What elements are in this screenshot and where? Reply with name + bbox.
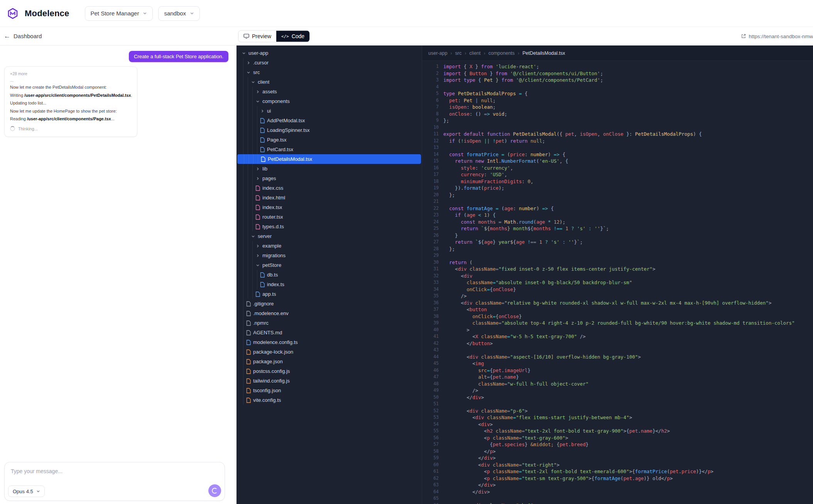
activity-ellipsis: ... <box>10 78 132 83</box>
indent-guide <box>252 270 253 280</box>
tree-folder-pages[interactable]: pages <box>237 174 422 183</box>
code-tab[interactable]: </> Code <box>276 30 309 42</box>
project-selector[interactable]: Pet Store Manager <box>85 6 153 21</box>
activity-line: Now let me create the PetDetailsModal co… <box>10 84 132 91</box>
tree-file-types.d.ts[interactable]: types.d.ts <box>237 222 422 231</box>
tree-item-label: lib <box>262 166 267 172</box>
indent-guide <box>243 308 243 318</box>
indent-guide <box>252 125 253 135</box>
indent-guide <box>248 106 248 116</box>
tree-file-.modelence.env[interactable]: .modelence.env <box>237 308 422 318</box>
code-editor: user-app›src›client›components›PetDetail… <box>422 46 813 504</box>
line-number: 53 <box>422 414 443 421</box>
indent-guide <box>248 87 248 96</box>
tree-file-index.ts[interactable]: index.ts <box>237 280 422 289</box>
arrow-left-icon: ← <box>4 32 10 40</box>
breadcrumb-item[interactable]: components <box>488 51 515 56</box>
tree-item-label: types.d.ts <box>262 224 284 229</box>
tree-folder-ui[interactable]: ui <box>237 106 422 116</box>
tree-file-tsconfig.json[interactable]: tsconfig.json <box>237 386 422 395</box>
breadcrumb-item[interactable]: PetDetailsModal.tsx <box>522 51 565 56</box>
tree-item-label: tailwind.config.js <box>253 378 290 384</box>
tree-file-PetDetailsModal.tsx[interactable]: PetDetailsModal.tsx <box>237 154 421 164</box>
breadcrumb-item[interactable]: src <box>455 51 462 56</box>
tree-file-PetCard.tsx[interactable]: PetCard.tsx <box>237 145 422 154</box>
send-button[interactable] <box>208 484 221 497</box>
code-line: 54 <div> <box>422 421 813 428</box>
tree-file-tailwind.config.js[interactable]: tailwind.config.js <box>237 376 422 386</box>
back-to-dashboard-link[interactable]: ← Dashboard <box>0 32 46 40</box>
indent-guide <box>252 164 253 174</box>
line-number: 59 <box>422 455 443 462</box>
tree-file-index.html[interactable]: index.html <box>237 193 422 202</box>
tree-folder-example[interactable]: example <box>237 241 422 251</box>
indent-guide <box>243 395 243 405</box>
tree-item-label: index.tsx <box>262 204 282 210</box>
indent-guide <box>248 145 248 154</box>
chevron-down-icon <box>250 234 256 238</box>
tree-file-postcss.config.js[interactable]: postcss.config.js <box>237 366 422 376</box>
line-number: 3 <box>422 77 443 84</box>
tree-item-label: components <box>262 98 290 104</box>
line-number: 49 <box>422 387 443 394</box>
tree-folder-user-app[interactable]: user-app <box>237 48 422 58</box>
tree-file-index.css[interactable]: index.css <box>237 183 422 193</box>
tree-file-router.tsx[interactable]: router.tsx <box>237 212 422 222</box>
topbar: Modelence Pet Store Manager sandbox <box>0 0 813 27</box>
tree-file-Page.tsx[interactable]: Page.tsx <box>237 135 422 145</box>
file-icon <box>246 320 251 326</box>
breadcrumb-item[interactable]: user-app <box>428 51 447 56</box>
model-selector[interactable]: Opus 4.5 <box>8 485 45 497</box>
breadcrumb-item[interactable]: client <box>469 51 480 56</box>
indent-guide <box>248 135 248 145</box>
indent-guide <box>243 106 243 116</box>
tree-folder-petStore[interactable]: petStore <box>237 260 422 270</box>
tree-file-app.ts[interactable]: app.ts <box>237 289 422 299</box>
more-activity-link[interactable]: +28 more <box>10 71 132 76</box>
line-number: 28 <box>422 246 443 253</box>
message-input[interactable]: Type your message... <box>5 462 225 474</box>
line-number: 14 <box>422 151 443 158</box>
user-message-bubble: Create a full-stack Pet Store applicatio… <box>129 51 228 62</box>
message-composer[interactable]: Type your message... Opus 4.5 <box>4 462 225 501</box>
indent-guide <box>248 231 248 241</box>
line-number: 35 <box>422 293 443 300</box>
code-line: 22 const formatAge = (age: number) => { <box>422 205 813 212</box>
tree-folder-server[interactable]: server <box>237 231 422 241</box>
tree-file-AddPetModal.tsx[interactable]: AddPetModal.tsx <box>237 116 422 125</box>
line-number: 42 <box>422 340 443 347</box>
file-icon <box>260 147 265 152</box>
file-icon <box>255 205 260 210</box>
tree-file-LoadingSpinner.tsx[interactable]: LoadingSpinner.tsx <box>237 125 422 135</box>
assistant-activity-card: +28 more ... Now let me create the PetDe… <box>4 66 137 137</box>
tree-folder-src[interactable]: src <box>237 67 422 77</box>
tree-folder-components[interactable]: components <box>237 96 422 106</box>
tree-file-modelence.config.ts[interactable]: modelence.config.ts <box>237 337 422 347</box>
indent-guide <box>243 299 243 308</box>
tree-file-package-lock.json[interactable]: package-lock.json <box>237 347 422 357</box>
code-line: 60 <div className="text-right"> <box>422 462 813 469</box>
code-line: 49 /> <box>422 387 813 394</box>
tree-file-package.json[interactable]: package.json <box>237 357 422 366</box>
indent-guide <box>243 260 243 270</box>
indent-guide <box>248 116 248 125</box>
tree-file-AGENTS.md[interactable]: AGENTS.md <box>237 328 422 337</box>
tree-folder-migrations[interactable]: migrations <box>237 251 422 260</box>
tree-file-.npmrc[interactable]: .npmrc <box>237 318 422 328</box>
tree-folder-lib[interactable]: lib <box>237 164 422 174</box>
indent-guide <box>243 386 243 395</box>
tree-file-db.ts[interactable]: db.ts <box>237 270 422 280</box>
tree-folder-client[interactable]: client <box>237 77 422 87</box>
tree-folder-assets[interactable]: assets <box>237 87 422 96</box>
tree-folder-.cursor[interactable]: .cursor <box>237 58 422 67</box>
tree-file-vite.config.ts[interactable]: vite.config.ts <box>237 395 422 405</box>
code-line: 10 <box>422 124 813 131</box>
line-number: 11 <box>422 131 443 138</box>
environment-selector[interactable]: sandbox <box>158 6 200 21</box>
sandbox-url[interactable]: https://tenant-sandbox-nmw <box>741 33 813 39</box>
code-line: 66 <div className="mb-6"> <box>422 502 813 504</box>
file-icon <box>246 369 251 374</box>
preview-tab[interactable]: Preview <box>238 30 276 42</box>
tree-file-.gitignore[interactable]: .gitignore <box>237 299 422 308</box>
tree-file-index.tsx[interactable]: index.tsx <box>237 202 422 212</box>
